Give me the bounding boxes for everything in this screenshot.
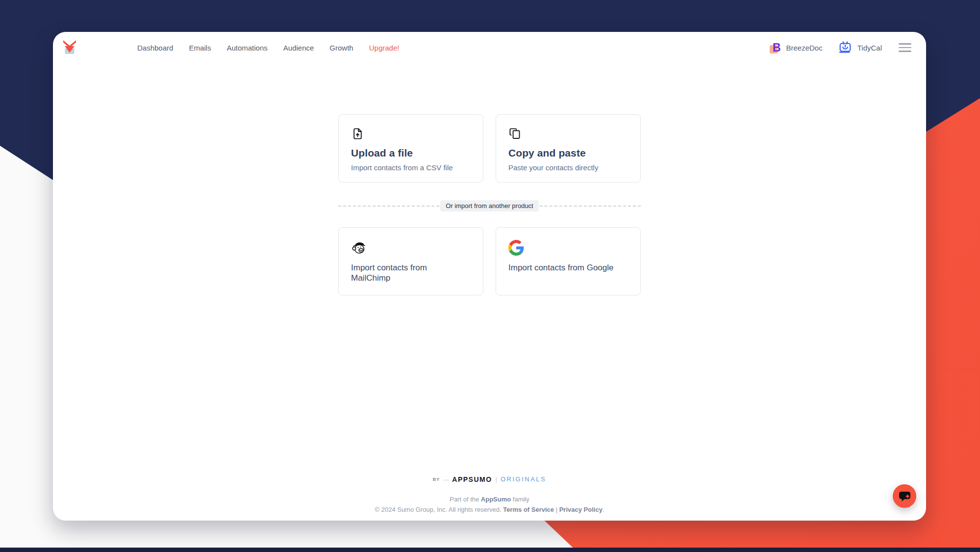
svg-text:B: B — [773, 41, 781, 54]
copy-paste-subtitle: Paste your contacts directly — [508, 163, 628, 172]
import-mailchimp-label: Import contacts from MailChimp — [351, 263, 435, 283]
footer-separator: | — [496, 475, 497, 483]
breezedoc-label: BreezeDoc — [786, 44, 823, 52]
tidycal-icon — [837, 40, 853, 55]
import-google-label: Import contacts from Google — [508, 263, 628, 273]
tidycal-link[interactable]: TidyCal — [837, 40, 882, 55]
copyright-period: . — [603, 506, 604, 513]
header-right-links: B BreezeDoc TidyCal — [769, 40, 914, 55]
nav-item-growth[interactable]: Growth — [329, 44, 353, 52]
footer-by-label: BY — [433, 477, 440, 482]
import-options-section: Upload a file Import contacts from a CSV… — [338, 114, 641, 295]
upload-file-title: Upload a file — [351, 147, 471, 159]
appsumo-originals-brandline[interactable]: BY — APPSUMO | ORIGINALS — [53, 475, 926, 483]
mailchimp-logo — [351, 240, 471, 257]
panel-footer: BY — APPSUMO | ORIGINALS Part of the App… — [53, 475, 926, 515]
nav-item-upgrade[interactable]: Upgrade! — [369, 44, 400, 52]
main-panel: Dashboard Emails Automations Audience Gr… — [53, 32, 926, 521]
family-prefix: Part of the — [450, 496, 481, 503]
privacy-policy-link[interactable]: Privacy Policy — [559, 506, 603, 513]
google-logo — [508, 240, 628, 257]
breezedoc-icon: B — [769, 41, 782, 54]
import-google-card[interactable]: Import contacts from Google — [496, 227, 641, 295]
family-suffix: family — [511, 496, 529, 503]
nav-item-emails[interactable]: Emails — [189, 44, 211, 52]
nav-item-automations[interactable]: Automations — [226, 44, 267, 52]
upload-file-subtitle: Import contacts from a CSV file — [351, 163, 471, 172]
primary-nav: Dashboard Emails Automations Audience Gr… — [137, 44, 399, 52]
copy-icon — [508, 127, 628, 142]
import-divider: Or import from another product — [338, 201, 641, 210]
divider-label: Or import from another product — [440, 200, 538, 211]
footer-dash: — — [443, 476, 449, 482]
chat-bubble-icon — [898, 490, 911, 502]
upload-file-card[interactable]: Upload a file Import contacts from a CSV… — [338, 114, 483, 183]
link-separator: | — [554, 506, 559, 513]
hamburger-menu-icon[interactable] — [897, 41, 913, 53]
copy-paste-card[interactable]: Copy and paste Paste your contacts direc… — [496, 114, 641, 183]
family-appsumo: AppSumo — [481, 496, 511, 503]
nav-item-dashboard[interactable]: Dashboard — [137, 44, 173, 52]
import-method-row: Upload a file Import contacts from a CSV… — [338, 114, 641, 183]
originals-wordmark: ORIGINALS — [501, 475, 546, 483]
terms-of-service-link[interactable]: Terms of Service — [503, 506, 554, 513]
copy-paste-title: Copy and paste — [508, 147, 628, 159]
tidycal-label: TidyCal — [857, 44, 882, 52]
nav-item-audience[interactable]: Audience — [283, 44, 314, 52]
footer-family-line: Part of the AppSumo family — [53, 494, 926, 504]
top-navigation-bar: Dashboard Emails Automations Audience Gr… — [53, 32, 926, 63]
product-import-row: Import contacts from MailChimp Import co… — [338, 227, 641, 295]
chat-widget-launcher[interactable] — [893, 484, 916, 508]
appsumo-wordmark: APPSUMO — [452, 475, 492, 483]
breezedoc-link[interactable]: B BreezeDoc — [769, 41, 823, 54]
file-upload-icon — [351, 127, 471, 142]
sendfox-fox-logo[interactable] — [62, 40, 77, 55]
background-bottom-strip — [0, 548, 980, 552]
footer-copyright-line: © 2024 Sumo Group, Inc. All rights reser… — [53, 504, 926, 515]
import-mailchimp-card[interactable]: Import contacts from MailChimp — [338, 227, 483, 295]
copyright-text: © 2024 Sumo Group, Inc. All rights reser… — [375, 506, 503, 513]
